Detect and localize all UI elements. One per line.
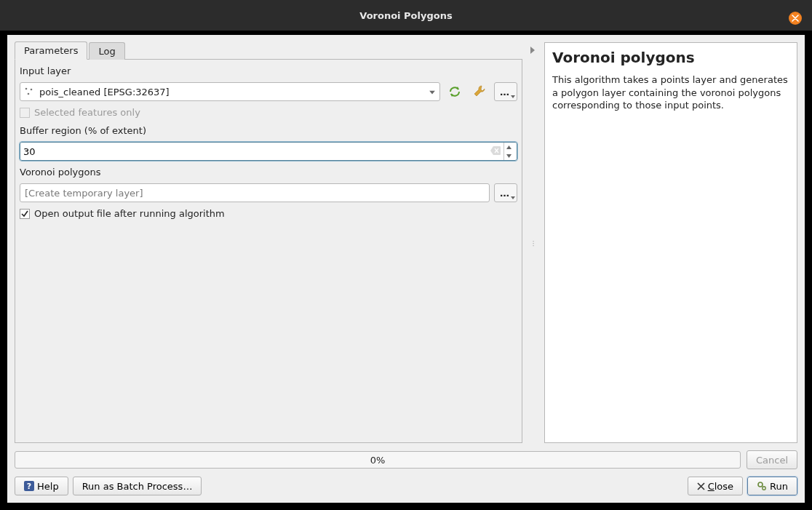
input-layer-options-button[interactable]: … (494, 82, 517, 101)
svg-point-1 (31, 89, 33, 91)
tab-parameters[interactable]: Parameters (15, 41, 87, 60)
progress-text: 0% (370, 455, 386, 466)
run-button[interactable]: Run (747, 477, 797, 495)
run-batch-button[interactable]: Run as Batch Process… (73, 477, 202, 495)
iterate-features-button[interactable] (445, 82, 465, 101)
help-button-label: Help (37, 481, 59, 492)
collapse-right-icon (530, 47, 536, 54)
input-layer-value: pois_cleaned [EPSG:32637] (39, 87, 170, 97)
buffer-region-input[interactable] (23, 146, 490, 157)
close-icon (792, 15, 799, 22)
reload-icon (447, 85, 462, 98)
help-title: Voronoi polygons (552, 49, 789, 66)
window-title: Voronoi Polygons (359, 10, 452, 21)
parameters-panel: Input layer pois_cleaned [EPSG:32637] (15, 59, 522, 443)
spin-up-button[interactable] (504, 143, 514, 151)
open-output-checkbox[interactable]: Open output file after running algorithm (20, 207, 517, 220)
ellipsis-icon: … (500, 188, 510, 199)
run-button-label: Run (770, 481, 788, 492)
help-icon: ? (24, 481, 34, 491)
titlebar: Voronoi Polygons (0, 0, 812, 31)
buffer-region-spinbox[interactable] (20, 142, 517, 161)
checkbox-icon (20, 108, 30, 118)
point-layer-icon (23, 86, 35, 97)
cancel-button: Cancel (747, 450, 797, 469)
chevron-down-icon (506, 154, 512, 158)
tab-log[interactable]: Log (89, 42, 124, 60)
input-layer-dropdown[interactable]: pois_cleaned [EPSG:32637] (20, 82, 440, 101)
check-icon (21, 210, 28, 218)
chevron-down-icon (429, 87, 435, 97)
selected-features-only-label: Selected features only (34, 107, 140, 118)
voronoi-output-field[interactable]: [Create temporary layer] (20, 183, 490, 202)
ellipsis-icon: … (500, 87, 510, 97)
chevron-down-icon (511, 196, 515, 200)
checkbox-icon (20, 209, 30, 219)
input-layer-label: Input layer (20, 64, 517, 78)
selected-features-only-checkbox: Selected features only (20, 105, 517, 119)
voronoi-output-options-button[interactable]: … (494, 183, 517, 202)
wrench-icon (472, 84, 487, 99)
advanced-options-button[interactable] (469, 82, 490, 101)
voronoi-output-label: Voronoi polygons (20, 165, 517, 179)
help-panel: Voronoi polygons This algorithm takes a … (544, 42, 797, 443)
help-button[interactable]: ? Help (15, 477, 68, 495)
gears-icon (757, 481, 767, 491)
grip-icon: ··· (532, 239, 534, 246)
voronoi-output-placeholder: [Create temporary layer] (25, 188, 143, 199)
panel-splitter[interactable]: ··· (528, 42, 538, 443)
chevron-down-icon (511, 95, 515, 99)
x-icon (697, 482, 705, 490)
svg-point-3 (758, 482, 763, 487)
svg-point-4 (763, 487, 765, 490)
clear-icon (490, 146, 501, 155)
clear-input-button[interactable] (490, 146, 501, 157)
close-button[interactable]: Close (688, 477, 743, 495)
buffer-region-label: Buffer region (% of extent) (20, 124, 517, 138)
tab-bar: Parameters Log (15, 42, 522, 60)
svg-point-2 (28, 93, 30, 95)
svg-point-0 (25, 88, 28, 90)
chevron-up-icon (506, 146, 512, 149)
open-output-label: Open output file after running algorithm (34, 208, 225, 219)
progress-bar: 0% (15, 451, 741, 469)
spin-down-button[interactable] (504, 151, 514, 160)
window-close-button[interactable] (789, 12, 802, 25)
help-body: This algorithm takes a points layer and … (552, 73, 789, 112)
